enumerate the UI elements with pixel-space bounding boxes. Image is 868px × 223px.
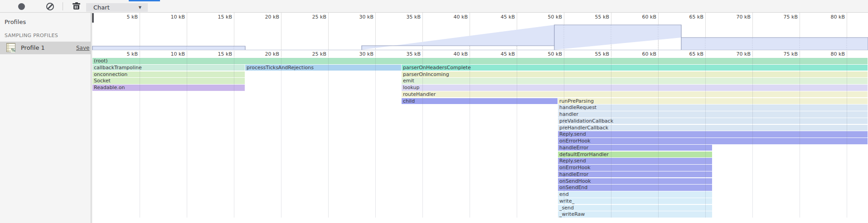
- flame-bar-runPreParsing[interactable]: runPreParsing: [558, 98, 868, 104]
- flame-bar-lookup[interactable]: lookup: [402, 85, 868, 91]
- flame-gridline: [328, 57, 329, 218]
- flame-gridline: [187, 57, 187, 218]
- flame-bar-root[interactable]: (root): [92, 58, 868, 64]
- flame-bar-Reply.send[interactable]: Reply.send: [558, 131, 868, 138]
- flame-bar-write_[interactable]: write_: [558, 198, 712, 204]
- flame-bar-child[interactable]: child: [402, 98, 558, 104]
- flame-bar-_send[interactable]: _send: [558, 205, 712, 211]
- flame-gridline: [422, 57, 423, 218]
- flame-gridline: [705, 57, 706, 218]
- flame-bar-Socket[interactable]: Socket: [92, 78, 245, 84]
- flame-bar-preValidationCallback[interactable]: preValidationCallback: [558, 118, 868, 124]
- flame-bar-end[interactable]: end: [558, 191, 712, 198]
- flame-bar-callbackTrampoline[interactable]: callbackTrampoline: [92, 65, 245, 71]
- flame-bar-onErrorHook[interactable]: onErrorHook: [558, 165, 712, 171]
- flame-bar-handleError[interactable]: handleError: [558, 145, 712, 151]
- flame-bar-onconnection[interactable]: onconnection: [92, 71, 245, 78]
- flame-gridline: [375, 57, 376, 218]
- flame-bar-handleError[interactable]: handleError: [558, 171, 712, 178]
- flame-bar-emit[interactable]: emit: [402, 78, 868, 84]
- flame-gridline: [847, 57, 847, 218]
- flame-gridline: [281, 57, 281, 218]
- flame-gridline: [470, 57, 470, 218]
- flame-bar-onSendEnd[interactable]: onSendEnd: [558, 185, 712, 191]
- flame-gridline: [140, 57, 140, 218]
- flame-bar-Readable.on[interactable]: Readable.on: [92, 85, 245, 91]
- flame-bar-parserOnIncoming[interactable]: parserOnIncoming: [402, 71, 868, 78]
- flame-gridline: [234, 57, 234, 218]
- flame-gridline: [611, 57, 611, 218]
- flame-gridline: [658, 57, 659, 218]
- flame-bar-onErrorHook[interactable]: onErrorHook: [558, 138, 868, 144]
- flame-bar-parserOnHeadersComplete[interactable]: parserOnHeadersComplete: [402, 65, 868, 71]
- flame-gridline: [564, 57, 564, 218]
- flame-bar-preHandlerCallback[interactable]: preHandlerCallback: [558, 125, 868, 131]
- memory-profiler-panel: Chart ▼ Profiles SAMPLING PROFILES % Pro…: [0, 0, 868, 223]
- flame-bar-processTicksAndRejections[interactable]: processTicksAndRejections: [245, 65, 401, 71]
- flame-bar-defaultErrorHandler[interactable]: defaultErrorHandler: [558, 152, 712, 158]
- flame-bar-handler[interactable]: handler: [558, 111, 868, 118]
- flame-bar-handleRequest[interactable]: handleRequest: [558, 104, 868, 111]
- flame-gridline: [517, 57, 517, 218]
- flame-bar-routeHandler[interactable]: routeHandler: [402, 91, 868, 98]
- flame-bar-_writeRaw[interactable]: _writeRaw: [558, 211, 712, 218]
- flame-gridline: [752, 57, 753, 218]
- flame-bar-onSendHook[interactable]: onSendHook: [558, 178, 712, 185]
- flame-gridline: [800, 57, 800, 218]
- overview-range-handle[interactable]: [92, 13, 94, 23]
- flame-bar-Reply.send[interactable]: Reply.send: [558, 158, 712, 164]
